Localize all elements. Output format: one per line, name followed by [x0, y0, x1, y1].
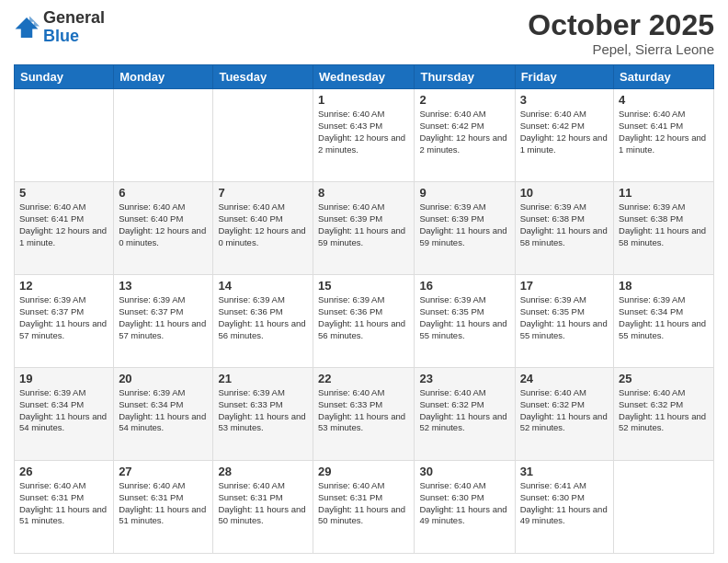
day-info: Sunrise: 6:40 AM Sunset: 6:41 PM Dayligh…	[19, 201, 108, 248]
calendar-cell: 19Sunrise: 6:39 AM Sunset: 6:34 PM Dayli…	[15, 368, 114, 461]
day-info: Sunrise: 6:39 AM Sunset: 6:34 PM Dayligh…	[619, 294, 709, 341]
day-info: Sunrise: 6:39 AM Sunset: 6:37 PM Dayligh…	[119, 294, 208, 341]
calendar-cell: 28Sunrise: 6:40 AM Sunset: 6:31 PM Dayli…	[213, 461, 313, 554]
calendar-day-header: Monday	[114, 65, 213, 89]
calendar-cell: 11Sunrise: 6:39 AM Sunset: 6:38 PM Dayli…	[614, 182, 714, 275]
calendar-cell: 12Sunrise: 6:39 AM Sunset: 6:37 PM Dayli…	[15, 275, 114, 368]
calendar-cell: 29Sunrise: 6:40 AM Sunset: 6:31 PM Dayli…	[313, 461, 415, 554]
day-number: 14	[218, 279, 308, 293]
day-info: Sunrise: 6:40 AM Sunset: 6:43 PM Dayligh…	[318, 109, 409, 155]
day-info: Sunrise: 6:39 AM Sunset: 6:39 PM Dayligh…	[419, 201, 509, 248]
day-info: Sunrise: 6:40 AM Sunset: 6:31 PM Dayligh…	[318, 480, 409, 527]
day-info: Sunrise: 6:39 AM Sunset: 6:36 PM Dayligh…	[218, 294, 308, 341]
calendar-cell: 2Sunrise: 6:40 AM Sunset: 6:42 PM Daylig…	[415, 89, 515, 182]
day-info: Sunrise: 6:40 AM Sunset: 6:31 PM Dayligh…	[218, 480, 308, 527]
day-number: 9	[419, 186, 509, 200]
day-info: Sunrise: 6:39 AM Sunset: 6:34 PM Dayligh…	[119, 387, 208, 434]
day-number: 20	[119, 372, 208, 385]
day-info: Sunrise: 6:40 AM Sunset: 6:31 PM Dayligh…	[19, 480, 108, 527]
day-number: 7	[218, 186, 308, 200]
day-info: Sunrise: 6:40 AM Sunset: 6:40 PM Dayligh…	[119, 201, 208, 248]
day-info: Sunrise: 6:39 AM Sunset: 6:35 PM Dayligh…	[520, 294, 609, 341]
day-info: Sunrise: 6:40 AM Sunset: 6:41 PM Dayligh…	[619, 109, 709, 155]
calendar-header-row: SundayMondayTuesdayWednesdayThursdayFrid…	[15, 65, 714, 89]
day-info: Sunrise: 6:40 AM Sunset: 6:39 PM Dayligh…	[318, 201, 409, 248]
logo-icon	[14, 15, 40, 40]
day-number: 27	[119, 465, 208, 478]
calendar-cell: 31Sunrise: 6:41 AM Sunset: 6:30 PM Dayli…	[515, 461, 613, 554]
calendar-week-row: 5Sunrise: 6:40 AM Sunset: 6:41 PM Daylig…	[15, 182, 714, 275]
day-number: 4	[619, 93, 709, 107]
calendar-cell: 25Sunrise: 6:40 AM Sunset: 6:32 PM Dayli…	[614, 368, 714, 461]
title-block: October 2025 Pepel, Sierra Leone	[528, 9, 714, 57]
calendar-day-header: Wednesday	[313, 65, 415, 89]
day-number: 24	[520, 372, 609, 385]
day-number: 11	[619, 186, 709, 200]
calendar-cell	[213, 89, 313, 182]
day-info: Sunrise: 6:40 AM Sunset: 6:42 PM Dayligh…	[419, 109, 509, 155]
calendar-week-row: 19Sunrise: 6:39 AM Sunset: 6:34 PM Dayli…	[15, 368, 714, 461]
day-info: Sunrise: 6:40 AM Sunset: 6:40 PM Dayligh…	[218, 201, 308, 248]
day-number: 17	[520, 279, 609, 293]
calendar-cell: 23Sunrise: 6:40 AM Sunset: 6:32 PM Dayli…	[415, 368, 515, 461]
day-info: Sunrise: 6:39 AM Sunset: 6:33 PM Dayligh…	[218, 387, 308, 434]
logo-text: General Blue	[43, 9, 105, 46]
day-info: Sunrise: 6:39 AM Sunset: 6:35 PM Dayligh…	[419, 294, 509, 341]
calendar-cell: 16Sunrise: 6:39 AM Sunset: 6:35 PM Dayli…	[415, 275, 515, 368]
day-info: Sunrise: 6:39 AM Sunset: 6:34 PM Dayligh…	[19, 387, 108, 434]
calendar-cell: 26Sunrise: 6:40 AM Sunset: 6:31 PM Dayli…	[15, 461, 114, 554]
day-number: 8	[318, 186, 409, 200]
day-info: Sunrise: 6:39 AM Sunset: 6:36 PM Dayligh…	[318, 294, 409, 341]
calendar-cell	[114, 89, 213, 182]
calendar-cell: 5Sunrise: 6:40 AM Sunset: 6:41 PM Daylig…	[15, 182, 114, 275]
calendar-day-header: Sunday	[15, 65, 114, 89]
day-info: Sunrise: 6:41 AM Sunset: 6:30 PM Dayligh…	[520, 480, 609, 527]
day-info: Sunrise: 6:40 AM Sunset: 6:33 PM Dayligh…	[318, 387, 409, 434]
calendar-table: SundayMondayTuesdayWednesdayThursdayFrid…	[14, 64, 714, 554]
calendar-cell: 21Sunrise: 6:39 AM Sunset: 6:33 PM Dayli…	[213, 368, 313, 461]
page: General Blue October 2025 Pepel, Sierra …	[0, 0, 728, 563]
header: General Blue October 2025 Pepel, Sierra …	[14, 9, 714, 57]
calendar-cell: 4Sunrise: 6:40 AM Sunset: 6:41 PM Daylig…	[614, 89, 714, 182]
day-number: 6	[119, 186, 208, 200]
calendar-cell: 27Sunrise: 6:40 AM Sunset: 6:31 PM Dayli…	[114, 461, 213, 554]
day-info: Sunrise: 6:40 AM Sunset: 6:42 PM Dayligh…	[520, 109, 609, 155]
calendar-day-header: Saturday	[614, 65, 714, 89]
day-number: 15	[318, 279, 409, 293]
calendar-day-header: Thursday	[415, 65, 515, 89]
calendar-cell: 3Sunrise: 6:40 AM Sunset: 6:42 PM Daylig…	[515, 89, 613, 182]
day-number: 1	[318, 93, 409, 107]
day-number: 18	[619, 279, 709, 293]
day-number: 19	[19, 372, 108, 385]
calendar-day-header: Friday	[515, 65, 613, 89]
svg-marker-0	[16, 17, 39, 38]
day-info: Sunrise: 6:39 AM Sunset: 6:38 PM Dayligh…	[520, 201, 609, 248]
day-number: 26	[19, 465, 108, 478]
logo: General Blue	[14, 9, 105, 46]
day-number: 13	[119, 279, 208, 293]
day-info: Sunrise: 6:40 AM Sunset: 6:31 PM Dayligh…	[119, 480, 208, 527]
day-number: 2	[419, 93, 509, 107]
day-info: Sunrise: 6:40 AM Sunset: 6:32 PM Dayligh…	[520, 387, 609, 434]
calendar-cell: 9Sunrise: 6:39 AM Sunset: 6:39 PM Daylig…	[415, 182, 515, 275]
logo-blue-text: Blue	[43, 27, 79, 45]
location: Pepel, Sierra Leone	[528, 41, 714, 57]
day-number: 5	[19, 186, 108, 200]
day-number: 3	[520, 93, 609, 107]
calendar-cell: 6Sunrise: 6:40 AM Sunset: 6:40 PM Daylig…	[114, 182, 213, 275]
calendar-week-row: 1Sunrise: 6:40 AM Sunset: 6:43 PM Daylig…	[15, 89, 714, 182]
day-number: 21	[218, 372, 308, 385]
calendar-cell: 15Sunrise: 6:39 AM Sunset: 6:36 PM Dayli…	[313, 275, 415, 368]
day-number: 12	[19, 279, 108, 293]
logo-general-text: General	[43, 8, 105, 27]
calendar-week-row: 26Sunrise: 6:40 AM Sunset: 6:31 PM Dayli…	[15, 461, 714, 554]
calendar-cell: 13Sunrise: 6:39 AM Sunset: 6:37 PM Dayli…	[114, 275, 213, 368]
calendar-cell: 30Sunrise: 6:40 AM Sunset: 6:30 PM Dayli…	[415, 461, 515, 554]
day-info: Sunrise: 6:39 AM Sunset: 6:38 PM Dayligh…	[619, 201, 709, 248]
calendar-cell: 22Sunrise: 6:40 AM Sunset: 6:33 PM Dayli…	[313, 368, 415, 461]
calendar-week-row: 12Sunrise: 6:39 AM Sunset: 6:37 PM Dayli…	[15, 275, 714, 368]
calendar-cell: 7Sunrise: 6:40 AM Sunset: 6:40 PM Daylig…	[213, 182, 313, 275]
day-info: Sunrise: 6:39 AM Sunset: 6:37 PM Dayligh…	[19, 294, 108, 341]
day-number: 28	[218, 465, 308, 478]
calendar-day-header: Tuesday	[213, 65, 313, 89]
